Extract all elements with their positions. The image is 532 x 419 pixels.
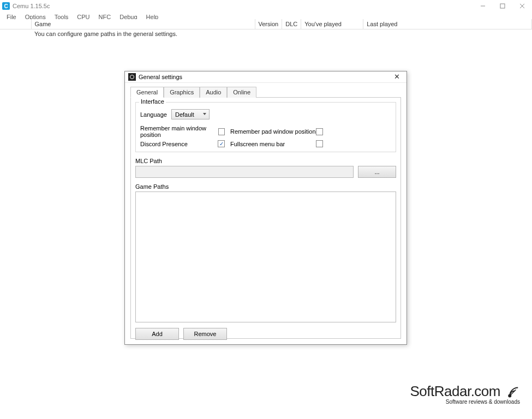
language-value: Default — [175, 111, 194, 118]
interface-label: Interface — [139, 98, 166, 105]
discord-checkbox[interactable]: ✓ — [218, 140, 225, 147]
fullscreen-checkbox[interactable] — [316, 140, 323, 147]
settings-dialog: General settings ✕ General Graphics Audi… — [124, 71, 407, 345]
col-last[interactable]: Last played — [363, 19, 532, 29]
tab-audio[interactable]: Audio — [200, 87, 227, 98]
language-select[interactable]: Default — [171, 109, 210, 119]
window-titlebar: C Cemu 1.15.5c — [0, 0, 532, 12]
remember-pad-label: Remember pad window position — [230, 128, 316, 135]
remember-main-label: Remember main window position — [140, 125, 218, 138]
svg-rect-1 — [500, 4, 505, 8]
fullscreen-label: Fullscreen menu bar — [230, 141, 285, 147]
remember-main-checkbox[interactable] — [218, 128, 225, 135]
col-game[interactable]: Game — [31, 19, 255, 29]
add-button[interactable]: Add — [135, 328, 179, 340]
tab-graphics[interactable]: Graphics — [164, 87, 200, 98]
gamepaths-list[interactable] — [135, 191, 396, 322]
dialog-title: General settings — [139, 74, 182, 80]
mlc-label: MLC Path — [135, 158, 396, 164]
window-title: Cemu 1.15.5c — [13, 3, 50, 9]
game-list-table: Game Version DLC You've played Last play… — [0, 19, 532, 38]
interface-group: Interface Language Default Remember main… — [135, 102, 396, 152]
col-played[interactable]: You've played — [301, 19, 363, 29]
radar-icon — [504, 384, 520, 400]
tab-online[interactable]: Online — [227, 87, 256, 98]
config-hint: You can configure game paths in the gene… — [31, 29, 532, 38]
mlc-browse-button[interactable]: ... — [358, 166, 396, 178]
discord-label: Discord Presence — [140, 141, 188, 147]
minimize-button[interactable] — [473, 0, 493, 12]
dialog-close-button[interactable]: ✕ — [390, 73, 403, 81]
gamepaths-label: Game Paths — [135, 183, 396, 190]
tabstrip: General Graphics Audio Online — [130, 86, 401, 98]
col-blank[interactable] — [0, 19, 31, 29]
remove-button[interactable]: Remove — [183, 328, 227, 340]
app-icon: C — [2, 2, 10, 10]
mlc-path-input[interactable] — [135, 166, 354, 178]
watermark: SoftRadar.com Software reviews & downloa… — [410, 383, 520, 405]
tab-content: Interface Language Default Remember main… — [130, 98, 401, 339]
remember-pad-checkbox[interactable] — [316, 128, 323, 135]
language-label: Language — [140, 111, 167, 118]
gear-icon — [128, 73, 136, 81]
col-version[interactable]: Version — [255, 19, 282, 29]
close-button[interactable] — [512, 0, 532, 12]
watermark-brand: SoftRadar.com — [410, 383, 500, 400]
dialog-titlebar[interactable]: General settings ✕ — [125, 71, 407, 83]
maximize-button[interactable] — [493, 0, 512, 12]
tab-general[interactable]: General — [130, 87, 164, 98]
col-dlc[interactable]: DLC — [282, 19, 301, 29]
